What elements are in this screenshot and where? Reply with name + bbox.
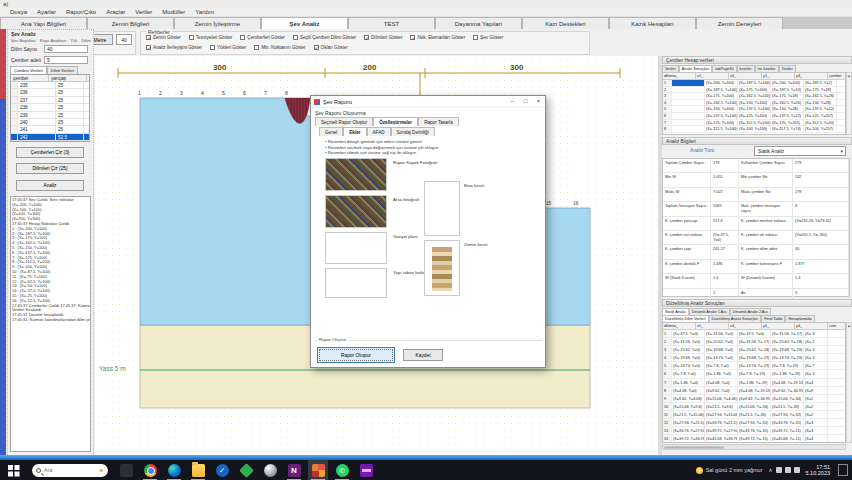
- main-tab[interactable]: Zemin Bilgileri: [87, 17, 174, 29]
- network-icon[interactable]: [794, 467, 800, 473]
- table-row[interactable]: 3 (X=-175, Y=100) (X=-162.5, Y=100) (X=-…: [663, 93, 845, 100]
- panel-link[interactable]: Kuyu Anahtarı: [40, 38, 66, 43]
- taskbar-app-diamond[interactable]: [236, 460, 256, 480]
- main-tab[interactable]: Ana Yapı Bilgileri: [0, 17, 87, 29]
- property-row[interactable]: K. çember üst noktası (X=-37.5, Y=0) K. …: [663, 231, 849, 245]
- table-row[interactable]: 14 (X=39.72, Y=33.76) (X=45.68, Y=33.76)…: [663, 435, 845, 443]
- volume-icon[interactable]: [785, 467, 791, 473]
- draw-slices-button[interactable]: Dilimleri Çiz (25): [16, 163, 84, 174]
- main-tab[interactable]: Şev Analiz: [261, 17, 348, 29]
- result-tab[interactable]: tabPage30: [712, 65, 736, 72]
- soil-section-thumb[interactable]: [424, 240, 460, 296]
- table-row[interactable]: 1 (X=-200, Y=100) (X=-187.5, Y=100) (X=-…: [663, 80, 845, 87]
- section1-header[interactable]: Çember Hesap verileri: [662, 56, 852, 64]
- toolbar-checkbox[interactable]: Tesviyeleri Göster: [189, 35, 233, 40]
- menu-item[interactable]: Modüller: [162, 9, 185, 15]
- dialog-subtab[interactable]: Ekler: [343, 127, 366, 136]
- foundation-level-thumb[interactable]: [325, 268, 387, 298]
- save-button[interactable]: Kaydet: [403, 349, 443, 361]
- column-header[interactable]: y4_: [795, 73, 828, 79]
- table-row[interactable]: 5 (X=-13.74, Y=0) (X=-7.8, Y=0) (X=-13.7…: [663, 362, 845, 370]
- column-header[interactable]: x4_: [729, 73, 762, 79]
- table-row[interactable]: 238 25: [11, 104, 89, 111]
- taskbar-app-geotech-active[interactable]: [308, 460, 328, 480]
- panel-link[interactable]: Şev Boyutları: [11, 38, 36, 43]
- result-tab[interactable]: Hesaplamalar: [785, 315, 814, 322]
- column-header[interactable]: x4_: [729, 323, 762, 329]
- taskbar-search[interactable]: Ara ✦: [32, 464, 108, 477]
- taskbar-app-edge[interactable]: [164, 460, 184, 480]
- vertical-scrollbar[interactable]: ▲: [846, 72, 852, 135]
- toolbar-checkbox[interactable]: Şev Göster: [473, 35, 503, 40]
- toolbar-checkbox[interactable]: Zemin Göster: [146, 35, 181, 40]
- taskbar-clock[interactable]: 17:51 5.10.2023: [806, 464, 830, 477]
- taskbar-app-notepad[interactable]: N: [284, 460, 304, 480]
- property-row[interactable]: K. çember denklik F 1.495 K. çember konv…: [663, 260, 849, 274]
- toolbar-checkbox[interactable]: Okları Göster: [314, 45, 348, 50]
- property-row[interactable]: Maks Sf 7.021 Maks çember No 278: [663, 188, 849, 202]
- toolbar-checkbox[interactable]: Nok. Elemanları Göster: [410, 35, 465, 40]
- system-tray[interactable]: ∧: [769, 467, 800, 473]
- create-report-button[interactable]: Rapor Oluştur: [317, 347, 395, 363]
- section3-header[interactable]: Düzeltilmiş Analiz Sonuçları: [662, 299, 852, 307]
- weather-widget[interactable]: Sal günü 2 mm yağmur: [696, 467, 763, 474]
- table-row[interactable]: 240 25: [11, 119, 89, 126]
- toolbar-checkbox[interactable]: Seçili Çemberi Dilim Göster: [293, 35, 356, 40]
- table-row[interactable]: 6 (X=-137.5, Y=100) (X=-125, Y=100) (X=-…: [663, 113, 845, 120]
- dialog-subtab[interactable]: AFAD: [367, 127, 391, 136]
- analyze-button[interactable]: Analiz: [16, 180, 84, 191]
- table-row[interactable]: 4 (X=-19.68, Y=0) (X=-13.74, Y=0) (X=-19…: [663, 354, 845, 362]
- table-row[interactable]: 241 25: [11, 126, 89, 133]
- taskbar-app-whatsapp[interactable]: ✆: [332, 460, 352, 480]
- column-header[interactable]: yarıçap: [49, 75, 87, 81]
- dialog-tab[interactable]: Özelleştirmeler: [373, 117, 418, 126]
- menu-item[interactable]: Araçlar: [106, 9, 125, 15]
- column-header[interactable]: x1_: [696, 73, 729, 79]
- column-header[interactable]: x1_: [696, 323, 729, 329]
- table-row[interactable]: 3 (X=-25.62, Y=0) (X=-19.68, Y=0) (X=-25…: [663, 346, 845, 354]
- toolbar-checkbox[interactable]: Min. Noktasını Göster: [254, 45, 305, 50]
- column-header[interactable]: dilimno_: [663, 73, 696, 79]
- taskbar-app-explorer[interactable]: [188, 460, 208, 480]
- column-header[interactable]: y4_: [795, 323, 828, 329]
- dialog-subtab[interactable]: Genel: [319, 127, 343, 136]
- cember-adeti-input[interactable]: 5: [44, 56, 88, 64]
- property-row[interactable]: K. çember yarıçapı 217.6 K. çember merke…: [663, 217, 849, 231]
- result-tab[interactable]: Statik Analiz: [662, 308, 689, 315]
- property-row[interactable]: Toplam Çember Sayısı 279 Kullanılan Çemb…: [663, 159, 849, 173]
- table-row[interactable]: 10 (X=15.06, Y=9.6) (X=21.5, Y=9.6) (X=1…: [663, 403, 845, 411]
- taskbar-app-ball[interactable]: [260, 460, 280, 480]
- panel-link[interactable]: Yük: [70, 38, 77, 43]
- column-header[interactable]: dilimno_: [663, 323, 696, 329]
- result-tab[interactable]: Düzeltilmiş Analiz Sonuçları: [709, 315, 762, 322]
- column-header[interactable]: y1_: [762, 323, 795, 329]
- result-tab[interactable]: inc kesitler: [755, 65, 779, 72]
- result-tab[interactable]: kesitler: [737, 65, 755, 72]
- menu-item[interactable]: Yardım: [195, 9, 214, 15]
- notification-center-button[interactable]: [838, 464, 848, 476]
- toolbar-checkbox[interactable]: Analiz İlerleyişini Göster: [146, 45, 202, 50]
- result-tab[interactable]: Dinamik Analiz 2 Acc: [730, 308, 771, 315]
- result-tab[interactable]: Veriler: [662, 65, 679, 72]
- result-tab[interactable]: Final Tablo: [761, 315, 785, 322]
- table-row[interactable]: 7 (X=-1.86, Y=0) (X=4.08, Y=0) (X=-1.86,…: [663, 379, 845, 387]
- tray-expand-icon[interactable]: ∧: [769, 467, 773, 473]
- metre-value-input[interactable]: 40: [116, 34, 132, 45]
- table-row[interactable]: 8 (X=4.08, Y=0) (X=9.62, Y=0) (X=4.08, Y…: [663, 387, 845, 395]
- menu-item[interactable]: Dosya: [10, 9, 27, 15]
- main-tab[interactable]: Dayanma Yapıları: [435, 17, 522, 29]
- table-row[interactable]: 5 (X=-150, Y=100) (X=-137.5, Y=100) (X=-…: [663, 106, 845, 113]
- table-row[interactable]: 2 (X=-31.56, Y=0) (X=-25.62, Y=0) (X=-31…: [663, 338, 845, 346]
- taskbar-app-check[interactable]: ✓: [212, 460, 232, 480]
- scrollbar-thumb[interactable]: [664, 446, 724, 449]
- taskbar-app-chrome[interactable]: [140, 460, 160, 480]
- menu-item[interactable]: Ayarlar: [37, 9, 56, 15]
- maximize-button[interactable]: □: [519, 96, 532, 107]
- site-photo-thumb[interactable]: [325, 195, 387, 228]
- toolbar-checkbox[interactable]: Çemberleri Göster: [240, 35, 285, 40]
- analysis-info-header[interactable]: Analiz Bilgileri: [662, 137, 852, 145]
- battery-icon[interactable]: [776, 467, 782, 473]
- property-row[interactable]: Toplam İterasyon Sayısı 1065 Mak. çember…: [663, 202, 849, 216]
- dialog-tab[interactable]: Rapor Tasarla: [418, 117, 459, 126]
- result-tab[interactable]: Testler: [779, 65, 796, 72]
